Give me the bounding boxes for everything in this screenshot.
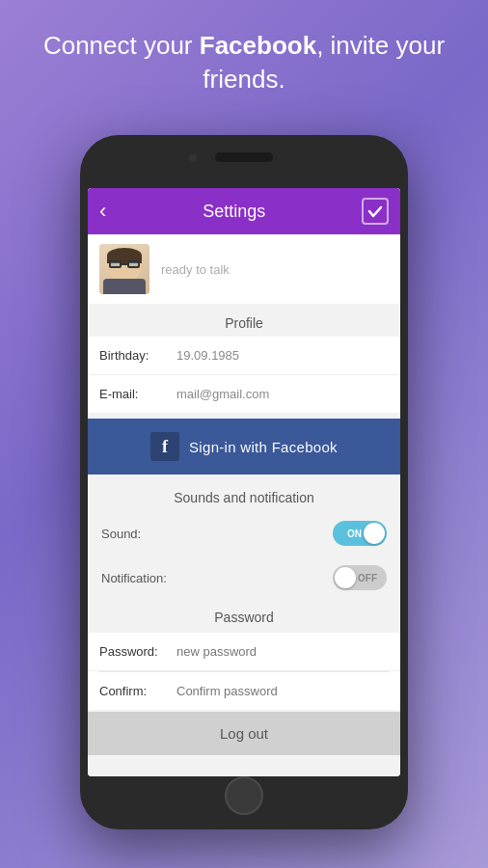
phone-screen: ‹ Settings	[88, 188, 400, 776]
confirm-button[interactable]	[362, 198, 389, 225]
phone-speaker	[215, 152, 273, 162]
facebook-signin-button[interactable]: f Sign-in with Facebook	[88, 419, 400, 475]
sounds-section-label: Sounds and notification	[88, 480, 400, 511]
check-icon	[367, 203, 383, 219]
top-text-brand: Facebook	[200, 31, 316, 60]
birthday-row: Birthday: 19.09.1985	[88, 337, 400, 375]
confirm-input[interactable]	[176, 684, 389, 698]
profile-fields: Birthday: 19.09.1985 E-mail: mail@gmail.…	[88, 337, 400, 413]
app-header: ‹ Settings	[88, 188, 400, 234]
confirm-label: Confirm:	[99, 684, 176, 698]
top-banner: Connect your Facebook, invite your frien…	[0, 29, 488, 96]
phone-shell: ‹ Settings	[80, 135, 408, 829]
header-title: Settings	[203, 202, 265, 222]
password-label: Password:	[99, 644, 176, 659]
email-row: E-mail: mail@gmail.com	[88, 375, 400, 413]
password-row: Password:	[88, 633, 400, 671]
sound-row: Sound: ON	[88, 511, 400, 556]
sound-label: Sound:	[101, 527, 333, 541]
logout-button[interactable]: Log out	[88, 712, 400, 755]
password-section-label: Password	[88, 600, 400, 631]
back-button[interactable]: ‹	[99, 201, 106, 222]
sound-toggle-thumb	[364, 523, 385, 544]
facebook-label: Sign-in with Facebook	[189, 439, 338, 455]
profile-row: ready to talk	[88, 234, 400, 304]
app-content: ‹ Settings	[88, 188, 400, 776]
top-text-line1: Connect your	[43, 31, 200, 60]
notification-toggle[interactable]: OFF	[333, 565, 387, 590]
password-fields: Password: Confirm:	[88, 633, 400, 710]
birthday-label: Birthday:	[99, 348, 176, 363]
email-label: E-mail:	[99, 387, 176, 401]
confirm-row: Confirm:	[88, 672, 400, 710]
notification-toggle-thumb	[335, 567, 356, 588]
profile-section-label: Profile	[88, 306, 400, 337]
phone-home-button	[225, 776, 263, 815]
notification-row: Notification: OFF	[88, 556, 400, 600]
notification-label: Notification:	[101, 571, 333, 585]
birthday-value[interactable]: 19.09.1985	[176, 348, 389, 363]
sound-toggle[interactable]: ON	[333, 521, 387, 546]
email-value[interactable]: mail@gmail.com	[176, 387, 389, 401]
facebook-icon: f	[150, 432, 179, 461]
status-text[interactable]: ready to talk	[161, 262, 389, 277]
password-input[interactable]	[176, 644, 389, 659]
avatar	[99, 244, 149, 294]
phone-camera	[189, 154, 197, 162]
